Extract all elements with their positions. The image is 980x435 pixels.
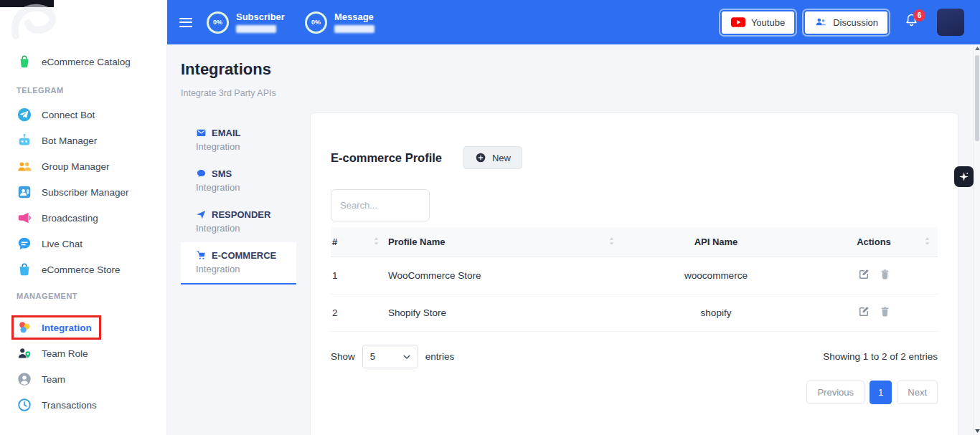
next-page-button[interactable]: Next [897, 381, 938, 404]
sms-bubble-icon [196, 168, 207, 179]
vertical-scrollbar[interactable] [974, 44, 980, 435]
sidebar-item-group-manager[interactable]: Group Manager [0, 153, 166, 179]
subscriber-icon [17, 184, 32, 200]
show-label: Show [331, 351, 355, 362]
person-pin-icon [17, 345, 32, 361]
sidebar-item-subscriber-manager[interactable]: Subscriber Manager [0, 179, 166, 205]
tab-label: E-COMMERCE [212, 249, 276, 262]
sort-icon[interactable] [924, 236, 930, 247]
edit-button[interactable] [857, 268, 870, 281]
chat-bubble-icon [17, 236, 32, 252]
youtube-button-label: Youtube [751, 17, 785, 28]
youtube-button[interactable]: Youtube [722, 11, 794, 34]
search-input[interactable] [331, 189, 430, 221]
subscriber-progress-ring: 0% [207, 11, 229, 34]
sidebar-item-label: Integration [42, 322, 92, 333]
col-header-actions[interactable]: Actions [810, 227, 938, 257]
edit-icon [857, 310, 870, 320]
scrollbar-thumb[interactable] [975, 55, 979, 141]
pagination: Previous 1 Next [331, 381, 938, 404]
sort-icon[interactable] [608, 236, 615, 247]
sidebar-item-transactions[interactable]: Transactions [0, 392, 166, 418]
sidebar-item-label: Transactions [42, 400, 97, 411]
sidebar-item-label: Team Role [42, 348, 88, 359]
assistant-fab-button[interactable] [954, 166, 974, 187]
entries-label: entries [425, 351, 455, 362]
tab-label: EMAIL [212, 126, 240, 140]
sidebar-item-label: eCommerce Catalog [42, 57, 131, 67]
annotation-highlight-box: Integration [11, 315, 101, 340]
message-progress-ring: 0% [305, 11, 327, 34]
discussion-people-icon [814, 16, 827, 28]
integration-tabs: EMAIL Integration SMS Integration [181, 120, 296, 285]
trash-icon [879, 310, 891, 320]
message-stat-label: Message [334, 11, 374, 22]
subscriber-stat-masked-value [236, 25, 276, 33]
sidebar-section-management: MANAGEMENT [0, 282, 166, 315]
scroll-down-icon[interactable] [974, 429, 980, 433]
new-profile-button[interactable]: New [463, 146, 522, 169]
person-badge-icon [17, 371, 32, 387]
sidebar-item-ecommerce-store[interactable]: eCommerce Store [0, 257, 166, 282]
edit-button[interactable] [857, 305, 870, 318]
user-avatar[interactable] [937, 9, 964, 36]
row-number: 2 [331, 295, 387, 332]
tab-ecommerce-integration[interactable]: E-COMMERCE Integration [181, 242, 296, 285]
profiles-table: # Profile Name API Name [331, 227, 938, 332]
sparkle-icon [958, 171, 969, 182]
sort-icon[interactable] [373, 236, 380, 247]
notifications-button[interactable]: 6 [904, 13, 919, 32]
plus-circle-icon [475, 152, 486, 163]
envelope-icon [196, 128, 207, 138]
sidebar-item-live-chat[interactable]: Live Chat [0, 231, 166, 257]
people-group-icon [17, 158, 32, 174]
ecommerce-profile-card: E-commerce Profile New # [310, 113, 958, 435]
api-name-cell: shopify [622, 295, 810, 332]
sidebar-item-integration[interactable]: Integration [0, 315, 166, 340]
tab-sublabel: Integration [196, 221, 296, 235]
tab-email-integration[interactable]: EMAIL Integration [181, 120, 296, 161]
col-header-number[interactable]: # [331, 227, 387, 257]
table-row: 2 Shopify Store shopify [331, 295, 938, 332]
table-header-row: # Profile Name API Name [331, 227, 938, 257]
per-page-value: 5 [370, 351, 375, 362]
card-title: E-commerce Profile [331, 151, 442, 165]
tab-sms-integration[interactable]: SMS Integration [181, 161, 296, 201]
discussion-button[interactable]: Discussion [805, 11, 887, 34]
tab-sublabel: Integration [196, 262, 296, 276]
sidebar-section-telegram: TELEGRAM [0, 75, 166, 102]
delete-button[interactable] [879, 305, 891, 318]
bag-green-icon [17, 54, 32, 70]
api-name-cell: woocommerce [622, 257, 810, 295]
current-page-button[interactable]: 1 [870, 381, 892, 404]
page-subtitle: Integrate 3rd Party APIs [181, 88, 958, 98]
tab-responder-integration[interactable]: RESPONDER Integration [181, 201, 296, 242]
menu-toggle-icon[interactable] [179, 15, 192, 29]
message-stat-masked-value [334, 25, 374, 33]
top-navbar: 0% Subscriber 0% Message Youtube Discuss… [167, 0, 980, 44]
main-content: Integrations Integrate 3rd Party APIs EM… [167, 44, 980, 435]
navbar-right-group: Youtube Discussion 6 [722, 9, 964, 36]
sidebar-item-broadcasting[interactable]: Broadcasting [0, 205, 166, 231]
tab-label: SMS [212, 167, 232, 181]
sidebar-item-label: Subscriber Manager [42, 187, 129, 198]
tab-sublabel: Integration [196, 140, 296, 153]
sidebar-item-bot-manager[interactable]: Bot Manager [0, 128, 166, 153]
app-logo [9, 3, 60, 42]
robot-icon [17, 133, 32, 148]
previous-page-button[interactable]: Previous [806, 381, 864, 404]
sidebar-item-team-role[interactable]: Team Role [0, 340, 166, 366]
sidebar-item-label: eCommerce Store [42, 264, 121, 275]
per-page-select[interactable]: 5 [362, 345, 418, 368]
colored-circles-icon [17, 320, 32, 335]
sidebar-item-connect-bot[interactable]: Connect Bot [0, 102, 166, 128]
col-header-profile-name[interactable]: Profile Name [387, 227, 622, 257]
delete-button[interactable] [879, 268, 891, 281]
col-header-api-name[interactable]: API Name [622, 227, 810, 257]
trash-icon [879, 272, 891, 283]
sidebar-item-team[interactable]: Team [0, 366, 166, 392]
scroll-up-icon[interactable] [974, 47, 980, 50]
table-row: 1 WooCommerce Store woocommerce [331, 257, 938, 295]
subscriber-stat-label: Subscriber [236, 11, 285, 22]
sidebar-item-ecommerce-catalog[interactable]: eCommerce Catalog [0, 49, 166, 75]
